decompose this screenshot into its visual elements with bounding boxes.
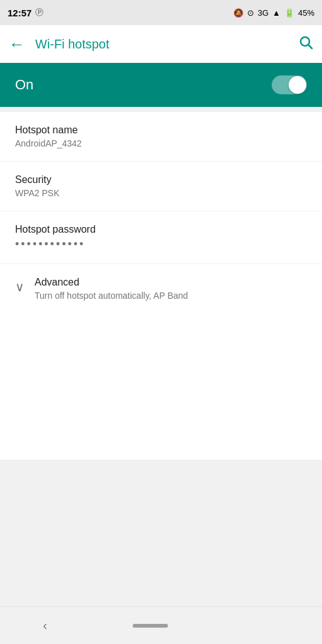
battery-level: 45% (298, 8, 314, 18)
advanced-title: Advanced (35, 277, 188, 288)
notifications-muted-icon: 🔕 (233, 8, 243, 18)
page-title: Wi-Fi hotspot (35, 37, 288, 52)
network-type-label: 3G (258, 8, 269, 18)
hotspot-password-item[interactable]: Hotspot password •••••••••••• (0, 211, 322, 264)
toggle-banner: On (0, 63, 322, 107)
hotspot-toggle[interactable] (272, 75, 307, 94)
status-right: 🔕 ⊙ 3G ▲ 🔋 45% (233, 8, 314, 18)
svg-line-1 (309, 45, 313, 49)
advanced-subtitle: Turn off hotspot automatically, AP Band (35, 291, 188, 301)
hotspot-name-item[interactable]: Hotspot name AndroidAP_4342 (0, 112, 322, 162)
nav-home-indicator[interactable] (133, 624, 168, 628)
security-item[interactable]: Security WPA2 PSK (0, 162, 322, 211)
nav-back-button[interactable]: ‹ (43, 618, 47, 633)
hotspot-password-title: Hotspot password (15, 224, 307, 235)
toggle-label: On (15, 77, 33, 93)
app-bar: ← Wi-Fi hotspot (0, 25, 322, 63)
back-button[interactable]: ← (9, 35, 25, 54)
security-value: WPA2 PSK (15, 188, 307, 198)
hotspot-name-value: AndroidAP_4342 (15, 138, 307, 148)
battery-icon: 🔋 (284, 8, 294, 18)
chevron-down-icon: ∨ (15, 279, 25, 294)
toggle-knob (289, 76, 306, 94)
search-button[interactable] (298, 35, 313, 53)
status-left: 12:57 Ⓟ (8, 7, 43, 18)
status-bar: 12:57 Ⓟ 🔕 ⊙ 3G ▲ 🔋 45% (0, 0, 322, 25)
advanced-item[interactable]: ∨ Advanced Turn off hotspot automaticall… (0, 264, 322, 313)
bottom-nav: ‹ (0, 606, 322, 644)
signal-icon: ▲ (272, 8, 280, 18)
parking-icon: Ⓟ (35, 7, 43, 18)
hotspot-name-title: Hotspot name (15, 125, 307, 136)
status-time: 12:57 (8, 8, 31, 18)
advanced-content: Advanced Turn off hotspot automatically,… (35, 277, 188, 301)
security-title: Security (15, 174, 307, 186)
settings-list: Hotspot name AndroidAP_4342 Security WPA… (0, 112, 322, 460)
location-icon: ⊙ (247, 8, 254, 18)
hotspot-password-value: •••••••••••• (15, 238, 307, 251)
